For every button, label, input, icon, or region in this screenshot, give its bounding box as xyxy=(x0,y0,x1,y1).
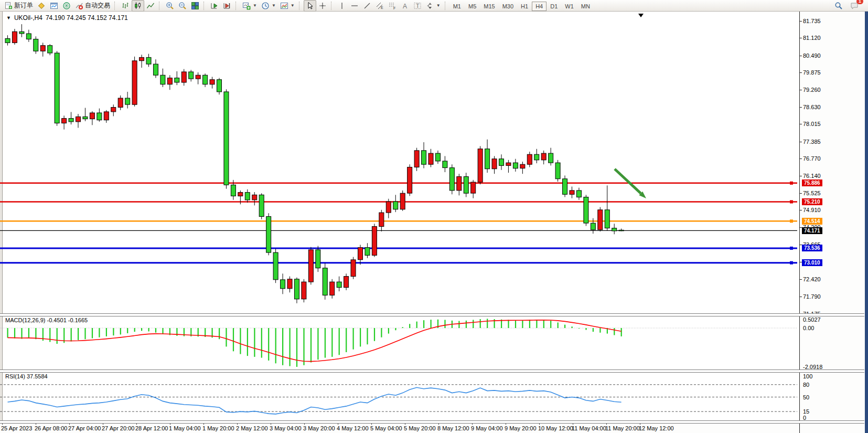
zoom-in-button[interactable] xyxy=(164,0,176,12)
candle xyxy=(435,153,440,161)
candle xyxy=(69,119,73,122)
macd-bar xyxy=(543,320,544,328)
x-axis-label: 8 May 12:00 xyxy=(437,425,469,431)
candle xyxy=(492,159,497,169)
pane-separator[interactable] xyxy=(0,313,864,316)
auto-trading-icon xyxy=(75,2,83,10)
timeframe-D1[interactable]: D1 xyxy=(546,2,561,11)
candle xyxy=(570,191,574,194)
candle xyxy=(422,151,426,164)
horizontal-line-button[interactable] xyxy=(348,0,361,12)
candle xyxy=(140,57,144,60)
main-chart-pane[interactable] xyxy=(0,13,799,313)
zoom-out-icon xyxy=(178,2,187,10)
macd-bar xyxy=(529,320,530,328)
timeframe-M15[interactable]: M15 xyxy=(480,2,498,11)
candle xyxy=(40,46,45,51)
arrows-dropdown-button[interactable]: ▼ xyxy=(424,0,443,12)
collapse-triangle-icon[interactable]: ▼ xyxy=(6,15,11,20)
macd-bar xyxy=(7,328,8,337)
text-button[interactable]: A xyxy=(399,0,411,12)
chart-shift-button[interactable] xyxy=(221,0,233,12)
y-axis-tick-label: 81.120 xyxy=(803,35,821,41)
timeframe-W1[interactable]: W1 xyxy=(561,2,577,11)
x-axis-label: 27 Apr 04:00 xyxy=(68,425,101,431)
candle xyxy=(605,210,609,228)
candlestick-chart-icon xyxy=(134,2,142,10)
metaeditor-button[interactable] xyxy=(35,0,48,12)
macd-bar xyxy=(219,328,220,339)
window-right-edge xyxy=(864,0,868,433)
timeframe-M1[interactable]: M1 xyxy=(449,2,465,11)
equidistant-channel-button[interactable]: E xyxy=(373,0,386,12)
y-axis-tick xyxy=(800,21,802,22)
dropdown-caret-icon: ▼ xyxy=(291,3,295,8)
vertical-line-button[interactable] xyxy=(336,0,348,12)
chart-symbol-period: UKOil-,H4 xyxy=(14,14,42,22)
macd-bar xyxy=(106,328,107,336)
x-axis-label: 1 May 04:00 xyxy=(169,425,201,431)
x-axis-label: 5 May 20:00 xyxy=(404,425,436,431)
bar-chart-button[interactable] xyxy=(119,0,132,12)
y-axis-tick-label: 75.525 xyxy=(803,190,821,196)
text-icon: A xyxy=(401,2,409,10)
time-axis[interactable]: 25 Apr 202326 Apr 08:0027 Apr 04:0027 Ap… xyxy=(0,423,799,433)
candlestick-chart-button[interactable] xyxy=(132,0,144,12)
candle xyxy=(302,282,306,299)
candle xyxy=(245,193,250,200)
text-label-button[interactable]: T xyxy=(411,0,424,12)
candle xyxy=(97,113,102,120)
tile-windows-icon xyxy=(191,2,199,10)
macd-bar xyxy=(261,328,262,358)
x-axis-label: 25 Apr 2023 xyxy=(1,425,32,431)
signals-button[interactable] xyxy=(60,0,73,12)
periods-dropdown-button[interactable]: ▼ xyxy=(259,0,278,12)
crosshair-button[interactable] xyxy=(316,0,329,12)
macd-bar xyxy=(416,322,417,328)
timeframe-M30[interactable]: M30 xyxy=(499,2,517,11)
macd-bar xyxy=(99,328,100,337)
dropdown-caret-icon: ▼ xyxy=(272,3,276,8)
y-axis-tick xyxy=(800,107,802,108)
notifications-button[interactable]: 1 xyxy=(848,0,861,12)
new-order-button[interactable]: 新订单 xyxy=(2,0,35,12)
templates-icon xyxy=(280,2,288,10)
timeframe-MN[interactable]: MN xyxy=(577,2,594,11)
pane-separator[interactable] xyxy=(0,420,864,424)
rsi-pane[interactable] xyxy=(0,372,799,420)
candle xyxy=(471,182,476,193)
y-axis-tick xyxy=(800,210,802,210)
macd-bar xyxy=(614,328,615,335)
macd-bar xyxy=(233,328,234,351)
cursor-button[interactable] xyxy=(304,0,316,12)
templates-dropdown-button[interactable]: ▼ xyxy=(278,0,297,12)
candle xyxy=(619,230,624,231)
y-axis-tick-label: 76.770 xyxy=(803,155,821,162)
zoom-out-button[interactable] xyxy=(176,0,189,12)
candle xyxy=(104,112,109,120)
charts-window-button[interactable] xyxy=(48,0,60,12)
search-button[interactable] xyxy=(832,0,845,12)
bid-price-label: 74.171 xyxy=(802,227,822,234)
auto-trading-button[interactable]: 自动交易 xyxy=(73,0,112,12)
fibonacci-button[interactable]: F xyxy=(386,0,399,12)
pane-separator[interactable] xyxy=(0,369,864,373)
x-axis-label: 3 May 04:00 xyxy=(270,425,302,431)
rsi-scale-80: 80 xyxy=(803,382,809,388)
timeframe-H4[interactable]: H4 xyxy=(532,2,546,11)
line-chart-button[interactable] xyxy=(144,0,157,12)
candle xyxy=(330,282,335,295)
trendline-button[interactable] xyxy=(361,0,373,12)
new-chart-dropdown-button[interactable]: ▼ xyxy=(240,0,259,12)
crosshair-icon xyxy=(318,2,327,10)
candle xyxy=(259,195,264,216)
timeframe-M5[interactable]: M5 xyxy=(465,2,480,11)
candle xyxy=(365,248,370,256)
trendline-icon xyxy=(363,2,371,10)
candle xyxy=(5,39,10,43)
notification-badge: 1 xyxy=(856,0,863,4)
tile-windows-button[interactable] xyxy=(189,0,201,12)
timeframe-H1[interactable]: H1 xyxy=(517,2,532,11)
auto-scroll-button[interactable] xyxy=(208,0,221,12)
macd-pane[interactable] xyxy=(0,315,799,369)
